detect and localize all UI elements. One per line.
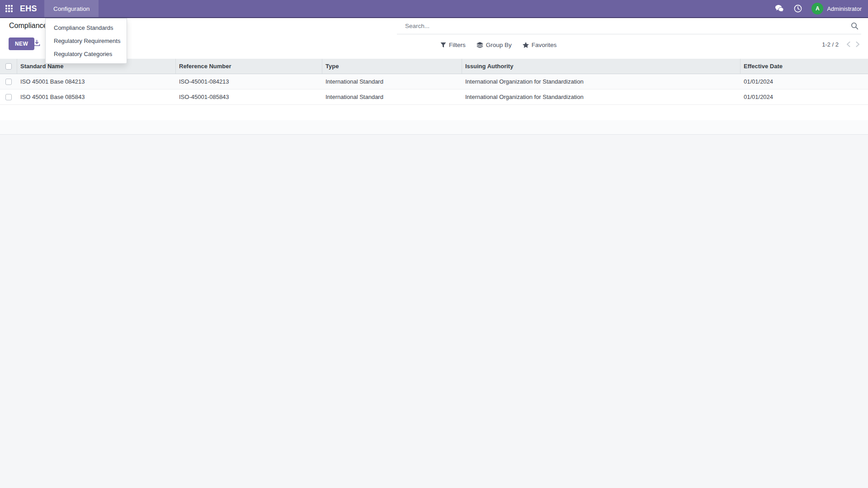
cell-standard-name: ISO 45001 Base 085843 [17,89,176,104]
empty-filler-row [0,105,868,120]
download-icon [33,40,40,47]
control-panel-buttons: NEW Filters Group By [0,36,868,59]
search-options: Filters Group By Favorites [437,39,560,51]
configuration-dropdown-menu: Compliance Standards Regulatory Requirem… [45,18,127,64]
table-header-row: Standard Name Reference Number Type Issu… [0,59,868,74]
user-avatar: A [811,3,823,14]
messages-icon [775,5,784,12]
dropdown-menu-item[interactable]: Regulatory Requirements [46,34,127,47]
apps-menu-button[interactable] [0,0,18,17]
empty-filler-row [0,120,868,135]
cell-type: International Standard [322,74,462,89]
top-navbar: EHS Configuration A Administrator [0,0,868,18]
import-export-button[interactable] [33,40,40,47]
cell-effective-date: 01/01/2024 [741,89,868,104]
favorites-star-icon [523,42,529,48]
filters-button[interactable]: Filters [437,39,469,51]
search-input[interactable]: Search... [397,23,851,29]
group-by-button[interactable]: Group By [473,39,515,51]
row-checkbox[interactable] [5,94,12,100]
cell-effective-date: 01/01/2024 [741,74,868,89]
table-row[interactable]: ISO 45001 Base 084213 ISO-45001-084213 I… [0,74,868,89]
user-menu[interactable]: A Administrator [811,3,862,14]
column-header-reference-number[interactable]: Reference Number [176,59,322,74]
search-icon[interactable] [851,22,859,30]
chevron-right-icon [855,41,860,47]
pager-range: 1-2 / 2 [822,41,839,48]
row-checkbox-cell [0,89,17,104]
pager: 1-2 / 2 [822,40,861,48]
pager-next-button[interactable] [854,40,861,48]
cell-issuing-authority: International Organization for Standardi… [462,74,741,89]
menu-configuration[interactable]: Configuration [44,0,99,17]
cell-reference-number: ISO-45001-084213 [176,74,322,89]
column-header-type[interactable]: Type [322,59,462,74]
cell-reference-number: ISO-45001-085843 [176,89,322,104]
navbar-left: EHS Configuration [0,0,99,17]
cell-issuing-authority: International Organization for Standardi… [462,89,741,104]
column-header-issuing-authority[interactable]: Issuing Authority [462,59,741,74]
row-checkbox-cell [0,74,17,89]
row-checkbox[interactable] [5,79,12,85]
dropdown-menu-item[interactable]: Compliance Standards [46,21,127,34]
dropdown-menu-item[interactable]: Regulatory Categories [46,47,127,61]
chevron-left-icon [846,41,851,47]
activities-button[interactable] [789,0,807,17]
filter-funnel-icon [440,42,446,48]
navbar-right: A Administrator [770,0,868,17]
pager-previous-button[interactable] [845,40,852,48]
apps-grid-icon [5,5,13,12]
table-body: ISO 45001 Base 084213 ISO-45001-084213 I… [0,74,868,105]
search-bar[interactable]: Search... [397,18,861,34]
user-name: Administrator [827,5,862,12]
messages-button[interactable] [770,0,789,17]
cell-standard-name: ISO 45001 Base 084213 [17,74,176,89]
new-button[interactable]: NEW [9,38,34,50]
activities-clock-icon [794,5,802,13]
group-by-layers-icon [476,42,483,48]
table-row[interactable]: ISO 45001 Base 085843 ISO-45001-085843 I… [0,89,868,105]
select-all-checkbox[interactable] [5,63,12,70]
list-view: Standard Name Reference Number Type Issu… [0,59,868,135]
cell-type: International Standard [322,89,462,104]
favorites-button[interactable]: Favorites [519,39,561,51]
select-all-cell [0,59,17,74]
app-brand[interactable]: EHS [18,4,44,14]
column-header-effective-date[interactable]: Effective Date [741,59,868,74]
